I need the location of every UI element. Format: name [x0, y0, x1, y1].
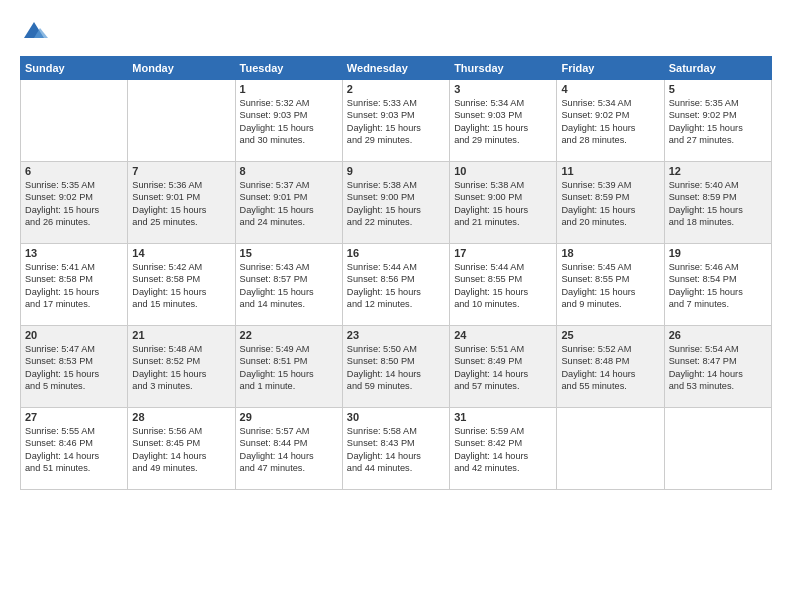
logo-icon [20, 18, 48, 46]
day-number: 22 [240, 329, 338, 341]
calendar-cell: 30Sunrise: 5:58 AMSunset: 8:43 PMDayligh… [342, 408, 449, 490]
day-number: 25 [561, 329, 659, 341]
day-number: 1 [240, 83, 338, 95]
day-info-line: Daylight: 15 hours [561, 122, 659, 134]
calendar-cell: 29Sunrise: 5:57 AMSunset: 8:44 PMDayligh… [235, 408, 342, 490]
day-info-line: and 49 minutes. [132, 462, 230, 474]
day-info-line: Daylight: 14 hours [132, 450, 230, 462]
day-info-line: and 7 minutes. [669, 298, 767, 310]
day-info-line: and 53 minutes. [669, 380, 767, 392]
day-info-line: Sunrise: 5:47 AM [25, 343, 123, 355]
day-info-line: Sunset: 8:55 PM [454, 273, 552, 285]
day-info-line: Daylight: 14 hours [347, 450, 445, 462]
day-info-line: and 26 minutes. [25, 216, 123, 228]
day-info-line: Daylight: 15 hours [561, 286, 659, 298]
day-info-line: Sunset: 8:52 PM [132, 355, 230, 367]
calendar-cell: 27Sunrise: 5:55 AMSunset: 8:46 PMDayligh… [21, 408, 128, 490]
day-info-line: and 30 minutes. [240, 134, 338, 146]
day-info-line: Sunrise: 5:34 AM [561, 97, 659, 109]
calendar-cell: 3Sunrise: 5:34 AMSunset: 9:03 PMDaylight… [450, 80, 557, 162]
day-info-line: Daylight: 15 hours [25, 204, 123, 216]
day-info-line: Sunrise: 5:50 AM [347, 343, 445, 355]
day-number: 30 [347, 411, 445, 423]
calendar-cell: 25Sunrise: 5:52 AMSunset: 8:48 PMDayligh… [557, 326, 664, 408]
day-info-line: Daylight: 15 hours [347, 204, 445, 216]
day-info-line: and 24 minutes. [240, 216, 338, 228]
weekday-header-sunday: Sunday [21, 57, 128, 80]
day-info-line: Sunset: 9:02 PM [25, 191, 123, 203]
calendar-table: SundayMondayTuesdayWednesdayThursdayFrid… [20, 56, 772, 490]
day-info-line: and 12 minutes. [347, 298, 445, 310]
day-info-line: Sunrise: 5:41 AM [25, 261, 123, 273]
calendar-cell: 24Sunrise: 5:51 AMSunset: 8:49 PMDayligh… [450, 326, 557, 408]
weekday-header-saturday: Saturday [664, 57, 771, 80]
calendar-cell: 8Sunrise: 5:37 AMSunset: 9:01 PMDaylight… [235, 162, 342, 244]
day-info-line: Sunset: 8:42 PM [454, 437, 552, 449]
day-number: 11 [561, 165, 659, 177]
calendar-cell: 7Sunrise: 5:36 AMSunset: 9:01 PMDaylight… [128, 162, 235, 244]
day-info-line: Sunrise: 5:34 AM [454, 97, 552, 109]
day-info-line: Sunset: 9:03 PM [347, 109, 445, 121]
calendar-cell: 15Sunrise: 5:43 AMSunset: 8:57 PMDayligh… [235, 244, 342, 326]
day-info-line: Sunrise: 5:36 AM [132, 179, 230, 191]
calendar-cell: 21Sunrise: 5:48 AMSunset: 8:52 PMDayligh… [128, 326, 235, 408]
day-number: 10 [454, 165, 552, 177]
day-number: 16 [347, 247, 445, 259]
day-info-line: Sunrise: 5:48 AM [132, 343, 230, 355]
day-number: 17 [454, 247, 552, 259]
calendar-cell: 4Sunrise: 5:34 AMSunset: 9:02 PMDaylight… [557, 80, 664, 162]
day-info-line: and 25 minutes. [132, 216, 230, 228]
calendar-cell: 22Sunrise: 5:49 AMSunset: 8:51 PMDayligh… [235, 326, 342, 408]
day-info-line: Sunset: 8:57 PM [240, 273, 338, 285]
calendar-cell [128, 80, 235, 162]
calendar-cell: 2Sunrise: 5:33 AMSunset: 9:03 PMDaylight… [342, 80, 449, 162]
day-info-line: Sunrise: 5:44 AM [454, 261, 552, 273]
day-number: 13 [25, 247, 123, 259]
day-info-line: Sunrise: 5:38 AM [347, 179, 445, 191]
day-number: 7 [132, 165, 230, 177]
day-info-line: Sunset: 9:03 PM [454, 109, 552, 121]
day-info-line: Sunrise: 5:39 AM [561, 179, 659, 191]
day-info-line: and 10 minutes. [454, 298, 552, 310]
day-info-line: Sunset: 8:47 PM [669, 355, 767, 367]
day-info-line: Sunset: 8:58 PM [132, 273, 230, 285]
day-info-line: Sunrise: 5:58 AM [347, 425, 445, 437]
calendar-cell [557, 408, 664, 490]
weekday-header-monday: Monday [128, 57, 235, 80]
day-info-line: Sunset: 8:55 PM [561, 273, 659, 285]
day-info-line: Sunrise: 5:33 AM [347, 97, 445, 109]
calendar-cell: 11Sunrise: 5:39 AMSunset: 8:59 PMDayligh… [557, 162, 664, 244]
logo [20, 18, 52, 46]
day-number: 27 [25, 411, 123, 423]
day-info-line: and 22 minutes. [347, 216, 445, 228]
day-info-line: Sunset: 8:59 PM [669, 191, 767, 203]
day-number: 5 [669, 83, 767, 95]
calendar-cell [664, 408, 771, 490]
day-info-line: Daylight: 15 hours [669, 204, 767, 216]
calendar-cell: 23Sunrise: 5:50 AMSunset: 8:50 PMDayligh… [342, 326, 449, 408]
day-info-line: and 20 minutes. [561, 216, 659, 228]
day-number: 24 [454, 329, 552, 341]
day-info-line: Sunset: 9:02 PM [561, 109, 659, 121]
day-info-line: Sunrise: 5:45 AM [561, 261, 659, 273]
day-info-line: Sunset: 8:59 PM [561, 191, 659, 203]
day-info-line: Sunset: 8:50 PM [347, 355, 445, 367]
day-info-line: and 27 minutes. [669, 134, 767, 146]
day-info-line: Daylight: 15 hours [347, 286, 445, 298]
calendar-week-row: 13Sunrise: 5:41 AMSunset: 8:58 PMDayligh… [21, 244, 772, 326]
day-info-line: and 21 minutes. [454, 216, 552, 228]
day-number: 20 [25, 329, 123, 341]
day-info-line: Daylight: 15 hours [561, 204, 659, 216]
day-info-line: Sunset: 9:01 PM [240, 191, 338, 203]
day-info-line: Daylight: 15 hours [347, 122, 445, 134]
day-number: 26 [669, 329, 767, 341]
day-info-line: and 44 minutes. [347, 462, 445, 474]
header [20, 18, 772, 46]
day-number: 3 [454, 83, 552, 95]
weekday-header-wednesday: Wednesday [342, 57, 449, 80]
day-number: 9 [347, 165, 445, 177]
day-info-line: Sunrise: 5:46 AM [669, 261, 767, 273]
day-info-line: Sunrise: 5:51 AM [454, 343, 552, 355]
calendar-cell: 10Sunrise: 5:38 AMSunset: 9:00 PMDayligh… [450, 162, 557, 244]
calendar-week-row: 20Sunrise: 5:47 AMSunset: 8:53 PMDayligh… [21, 326, 772, 408]
